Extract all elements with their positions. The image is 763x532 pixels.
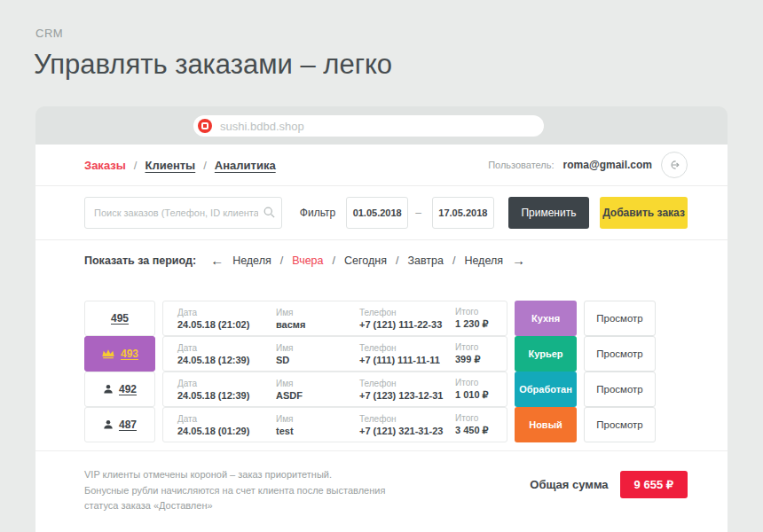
bonus-note: Бонусные рубли начисляются на счет клиен… bbox=[84, 483, 395, 514]
client-name-value: ASDF bbox=[276, 390, 359, 401]
client-name-label: Имя bbox=[276, 308, 359, 317]
client-phone-label: Телефон bbox=[359, 379, 455, 388]
page-title: Управлять заказами – легко bbox=[34, 49, 392, 81]
period-week-forward[interactable]: Неделя bbox=[464, 254, 503, 267]
date-range-dash: – bbox=[415, 207, 421, 219]
address-bar[interactable]: sushi.bdbd.shop bbox=[193, 115, 544, 137]
order-total-value: 399 ₽ bbox=[455, 354, 507, 365]
search-icon bbox=[263, 206, 276, 223]
person-icon bbox=[103, 384, 114, 395]
filter-label: Фильтр bbox=[300, 207, 335, 219]
search-wrap bbox=[84, 197, 282, 229]
footer: VIP клиенты отмечены короной – заказ при… bbox=[35, 450, 728, 514]
total-area: Общая сумма 9 655 ₽ bbox=[530, 471, 688, 498]
arrow-left-icon[interactable]: ← bbox=[210, 254, 224, 267]
vip-note: VIP клиенты отмечены короной – заказ при… bbox=[84, 467, 395, 483]
order-id-cell[interactable]: 495 bbox=[84, 301, 155, 336]
order-total-label: Итого bbox=[455, 342, 507, 352]
client-name-value: васмя bbox=[276, 319, 359, 330]
client-phone-label: Телефон bbox=[359, 308, 455, 317]
apply-button[interactable]: Применить bbox=[508, 197, 589, 229]
client-name: Имявасмя bbox=[276, 308, 359, 330]
view-button[interactable]: Просмотр bbox=[584, 372, 656, 407]
client-name: Имяtest bbox=[276, 414, 359, 436]
client-phone-label: Телефон bbox=[359, 414, 455, 424]
logout-button[interactable] bbox=[661, 152, 688, 178]
main-nav: Заказы / Клиенты / Аналитика bbox=[84, 159, 276, 172]
arrow-right-icon[interactable]: → bbox=[512, 254, 525, 267]
filter-row: Фильтр – Применить Добавить заказ bbox=[35, 186, 728, 240]
status-badge[interactable]: Обработан bbox=[515, 372, 577, 407]
user-email: roma@gmail.com bbox=[563, 159, 652, 171]
client-phone-value: +7 (123) 123-12-31 bbox=[359, 390, 455, 401]
order-id-cell[interactable]: 487 bbox=[84, 407, 155, 442]
order-info-cell: Дата24.05.18 (01:29)ИмяtestТелефон+7 (12… bbox=[162, 407, 507, 442]
client-phone: Телефон+7 (121) 111-22-33 bbox=[359, 308, 455, 330]
nav-separator: / bbox=[134, 159, 138, 172]
user-area: Пользователь: roma@gmail.com bbox=[488, 152, 688, 178]
status-badge[interactable]: Новый bbox=[515, 407, 577, 442]
table-row: 487Дата24.05.18 (01:29)ИмяtestТелефон+7 … bbox=[84, 407, 688, 442]
site-url: sushi.bdbd.shop bbox=[220, 120, 304, 133]
view-button[interactable]: Просмотр bbox=[584, 301, 656, 336]
order-total-label: Итого bbox=[455, 378, 507, 387]
status-badge[interactable]: Кухня bbox=[515, 301, 577, 336]
total-amount-badge: 9 655 ₽ bbox=[620, 471, 688, 498]
period-label: Показать за период: bbox=[84, 254, 196, 267]
order-total-value: 1 230 ₽ bbox=[455, 318, 507, 330]
logout-icon bbox=[668, 159, 680, 171]
period-separator: / bbox=[452, 254, 455, 267]
date-to-input[interactable] bbox=[432, 197, 494, 229]
order-id-link[interactable]: 493 bbox=[121, 348, 138, 360]
client-name-value: test bbox=[276, 426, 359, 436]
order-date-value: 24.05.18 (01:29) bbox=[177, 426, 276, 436]
period-week-back[interactable]: Неделя bbox=[232, 254, 271, 267]
browser-chrome-strip: sushi.bdbd.shop bbox=[35, 106, 728, 145]
client-phone: Телефон+7 (121) 321-31-23 bbox=[359, 414, 455, 436]
table-row: 493Дата24.05.18 (12:39)ИмяSDТелефон+7 (1… bbox=[84, 336, 688, 372]
order-id-link[interactable]: 487 bbox=[119, 419, 137, 431]
site-logo-icon bbox=[198, 119, 212, 133]
client-name: ИмяASDF bbox=[276, 379, 359, 401]
order-total: Итого399 ₽ bbox=[455, 342, 507, 365]
period-tomorrow[interactable]: Завтра bbox=[407, 254, 444, 267]
table-row: 495Дата24.05.18 (21:02)ИмявасмяТелефон+7… bbox=[84, 301, 688, 336]
app-label: CRM bbox=[35, 27, 63, 40]
client-phone-label: Телефон bbox=[359, 343, 455, 353]
nav-tab-orders[interactable]: Заказы bbox=[84, 159, 126, 172]
period-separator: / bbox=[280, 254, 283, 267]
order-date: Дата24.05.18 (12:39) bbox=[177, 379, 276, 401]
person-icon bbox=[103, 419, 114, 430]
order-id-link[interactable]: 492 bbox=[119, 383, 137, 395]
search-input[interactable] bbox=[84, 197, 282, 229]
date-from-input[interactable] bbox=[346, 197, 408, 229]
client-phone: Телефон+7 (111) 111-11-11 bbox=[359, 343, 455, 365]
order-info-cell: Дата24.05.18 (21:02)ИмявасмяТелефон+7 (1… bbox=[162, 301, 507, 336]
period-today[interactable]: Сегодня bbox=[344, 254, 387, 267]
nav-tab-analytics[interactable]: Аналитика bbox=[215, 159, 276, 172]
client-name-label: Имя bbox=[276, 343, 359, 353]
order-date-label: Дата bbox=[177, 308, 276, 317]
order-id-cell[interactable]: 493 bbox=[84, 336, 155, 372]
order-date-label: Дата bbox=[177, 379, 276, 388]
order-info-cell: Дата24.05.18 (12:39)ИмяASDFТелефон+7 (12… bbox=[162, 372, 507, 407]
order-id-cell[interactable]: 492 bbox=[84, 372, 155, 407]
add-order-button[interactable]: Добавить заказ bbox=[600, 197, 688, 229]
client-phone-value: +7 (111) 111-11-11 bbox=[359, 355, 455, 365]
order-date-value: 24.05.18 (12:39) bbox=[177, 390, 276, 401]
nav-tab-clients[interactable]: Клиенты bbox=[145, 159, 195, 172]
order-id-link[interactable]: 495 bbox=[111, 312, 129, 325]
order-total-value: 1 010 ₽ bbox=[455, 389, 507, 401]
view-button[interactable]: Просмотр bbox=[584, 336, 656, 372]
order-total: Итого3 450 ₽ bbox=[455, 413, 507, 436]
order-info-cell: Дата24.05.18 (12:39)ИмяSDТелефон+7 (111)… bbox=[162, 336, 507, 372]
view-button[interactable]: Просмотр bbox=[584, 407, 656, 442]
client-phone-value: +7 (121) 111-22-33 bbox=[359, 319, 455, 330]
total-label: Общая сумма bbox=[530, 478, 608, 491]
order-date: Дата24.05.18 (12:39) bbox=[177, 343, 276, 365]
table-row: 492Дата24.05.18 (12:39)ИмяASDFТелефон+7 … bbox=[84, 372, 688, 407]
period-yesterday[interactable]: Вчера bbox=[292, 254, 323, 267]
order-date: Дата24.05.18 (01:29) bbox=[177, 414, 276, 436]
status-badge[interactable]: Курьер bbox=[515, 336, 577, 372]
user-label: Пользователь: bbox=[488, 160, 554, 170]
